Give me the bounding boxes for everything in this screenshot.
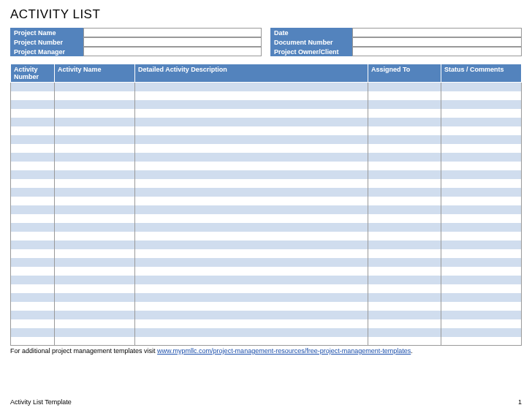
table-cell[interactable] (11, 188, 55, 197)
table-cell[interactable] (11, 83, 55, 91)
table-cell[interactable] (135, 135, 368, 144)
table-cell[interactable] (55, 188, 135, 197)
table-cell[interactable] (55, 302, 135, 311)
table-cell[interactable] (441, 214, 522, 223)
table-cell[interactable] (11, 162, 55, 170)
table-cell[interactable] (11, 293, 55, 302)
value-project-name[interactable] (83, 28, 262, 37)
table-cell[interactable] (135, 91, 368, 100)
table-cell[interactable] (368, 214, 441, 223)
table-cell[interactable] (135, 249, 368, 258)
table-cell[interactable] (441, 328, 522, 337)
table-cell[interactable] (55, 249, 135, 258)
table-cell[interactable] (135, 100, 368, 109)
table-cell[interactable] (368, 258, 441, 267)
table-cell[interactable] (55, 337, 135, 346)
table-cell[interactable] (135, 258, 368, 267)
table-cell[interactable] (11, 197, 55, 205)
table-cell[interactable] (11, 179, 55, 188)
table-cell[interactable] (135, 126, 368, 135)
table-cell[interactable] (135, 223, 368, 232)
table-cell[interactable] (11, 109, 55, 118)
table-cell[interactable] (441, 276, 522, 284)
table-cell[interactable] (55, 83, 135, 91)
table-cell[interactable] (441, 83, 522, 91)
table-cell[interactable] (368, 91, 441, 100)
table-cell[interactable] (11, 118, 55, 126)
table-cell[interactable] (368, 135, 441, 144)
table-cell[interactable] (441, 205, 522, 214)
footnote-link[interactable]: www.mypmllc.com/project-management-resou… (157, 347, 411, 355)
table-cell[interactable] (368, 232, 441, 240)
table-cell[interactable] (368, 188, 441, 197)
table-cell[interactable] (11, 144, 55, 153)
table-cell[interactable] (55, 170, 135, 179)
table-cell[interactable] (368, 205, 441, 214)
table-cell[interactable] (135, 188, 368, 197)
table-cell[interactable] (135, 267, 368, 276)
table-cell[interactable] (441, 302, 522, 311)
table-cell[interactable] (55, 197, 135, 205)
table-cell[interactable] (441, 118, 522, 126)
table-cell[interactable] (55, 126, 135, 135)
value-project-manager[interactable] (83, 47, 262, 56)
table-cell[interactable] (11, 100, 55, 109)
table-cell[interactable] (55, 144, 135, 153)
value-project-owner[interactable] (352, 47, 522, 56)
table-cell[interactable] (135, 311, 368, 319)
table-cell[interactable] (55, 267, 135, 276)
table-cell[interactable] (55, 232, 135, 240)
value-document-number[interactable] (352, 37, 522, 47)
table-cell[interactable] (11, 319, 55, 328)
table-cell[interactable] (55, 214, 135, 223)
table-cell[interactable] (135, 118, 368, 126)
table-cell[interactable] (135, 109, 368, 118)
table-cell[interactable] (441, 109, 522, 118)
table-cell[interactable] (135, 319, 368, 328)
table-cell[interactable] (11, 126, 55, 135)
table-cell[interactable] (55, 276, 135, 284)
table-cell[interactable] (11, 135, 55, 144)
table-cell[interactable] (135, 83, 368, 91)
table-cell[interactable] (135, 232, 368, 240)
table-cell[interactable] (368, 179, 441, 188)
table-cell[interactable] (55, 109, 135, 118)
table-cell[interactable] (441, 311, 522, 319)
table-cell[interactable] (55, 223, 135, 232)
table-cell[interactable] (135, 205, 368, 214)
table-cell[interactable] (441, 293, 522, 302)
table-cell[interactable] (55, 135, 135, 144)
table-cell[interactable] (368, 197, 441, 205)
table-cell[interactable] (368, 109, 441, 118)
table-cell[interactable] (441, 144, 522, 153)
table-cell[interactable] (11, 91, 55, 100)
table-cell[interactable] (11, 170, 55, 179)
table-cell[interactable] (11, 276, 55, 284)
table-cell[interactable] (441, 258, 522, 267)
table-cell[interactable] (11, 337, 55, 346)
table-cell[interactable] (441, 337, 522, 346)
table-cell[interactable] (135, 293, 368, 302)
table-cell[interactable] (135, 197, 368, 205)
table-cell[interactable] (441, 284, 522, 293)
table-cell[interactable] (441, 232, 522, 240)
table-cell[interactable] (11, 302, 55, 311)
table-cell[interactable] (368, 284, 441, 293)
table-cell[interactable] (135, 240, 368, 249)
table-cell[interactable] (11, 249, 55, 258)
table-cell[interactable] (368, 337, 441, 346)
table-cell[interactable] (11, 267, 55, 276)
table-cell[interactable] (135, 144, 368, 153)
table-cell[interactable] (11, 328, 55, 337)
table-cell[interactable] (368, 118, 441, 126)
table-cell[interactable] (368, 302, 441, 311)
table-cell[interactable] (368, 267, 441, 276)
table-cell[interactable] (368, 126, 441, 135)
table-cell[interactable] (135, 170, 368, 179)
table-cell[interactable] (55, 293, 135, 302)
table-cell[interactable] (441, 162, 522, 170)
table-cell[interactable] (55, 179, 135, 188)
table-cell[interactable] (55, 311, 135, 319)
table-cell[interactable] (135, 179, 368, 188)
table-cell[interactable] (441, 135, 522, 144)
